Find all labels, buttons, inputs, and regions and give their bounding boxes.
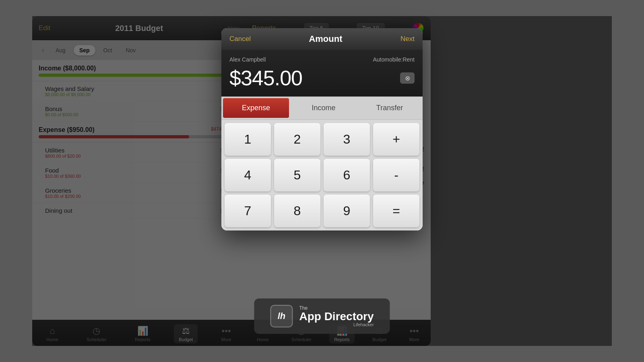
key-8[interactable]: 8 (274, 195, 320, 227)
cancel-button[interactable]: Cancel (229, 35, 251, 43)
amount-meta: Alex Campbell Automobile:Rent (229, 56, 415, 63)
app-wrapper: Edit 2011 Budget Now ‹ Aug Sep Oct Nov I… (32, 16, 612, 346)
key-2[interactable]: 2 (274, 123, 320, 156)
income-type-button[interactable]: Income (291, 97, 357, 119)
expense-type-button[interactable]: Expense (223, 98, 289, 118)
modal-overlay: Cancel Amount Next Alex Campbell Automob… (32, 16, 612, 346)
next-button[interactable]: Next (400, 35, 415, 43)
keypad: 1 2 3 + 4 5 6 - 7 8 9 = (221, 120, 423, 230)
key-9[interactable]: 9 (324, 195, 370, 227)
key-equals[interactable]: = (373, 195, 419, 227)
amount-user: Alex Campbell (229, 56, 266, 63)
app-dir-logo: lh (270, 305, 293, 327)
app-directory-badge: lh The App Directory Lifehacker (254, 298, 390, 334)
app-dir-name: App Directory (299, 311, 374, 322)
key-5[interactable]: 5 (274, 159, 320, 191)
key-3[interactable]: 3 (324, 123, 370, 156)
modal-header: Cancel Amount Next (221, 28, 423, 50)
type-selector: Expense Income Transfer (221, 97, 423, 120)
amount-category: Automobile:Rent (373, 56, 415, 63)
key-4[interactable]: 4 (225, 159, 271, 191)
app-dir-sub: Lifehacker (299, 322, 374, 327)
modal-title: Amount (309, 34, 342, 44)
amount-value-row: $345.00 ⊗ (229, 66, 415, 90)
amount-value: $345.00 (229, 66, 302, 90)
key-6[interactable]: 6 (324, 159, 370, 191)
transfer-type-button[interactable]: Transfer (357, 97, 423, 119)
amount-modal: Cancel Amount Next Alex Campbell Automob… (221, 28, 423, 230)
app-dir-text-block: The App Directory Lifehacker (299, 305, 374, 327)
delete-button[interactable]: ⊗ (400, 72, 415, 84)
key-plus[interactable]: + (373, 123, 419, 156)
amount-display: Alex Campbell Automobile:Rent $345.00 ⊗ (221, 50, 423, 97)
key-1[interactable]: 1 (225, 123, 271, 156)
key-minus[interactable]: - (373, 159, 419, 191)
app-dir-logo-text: lh (278, 311, 286, 321)
key-7[interactable]: 7 (225, 195, 271, 227)
